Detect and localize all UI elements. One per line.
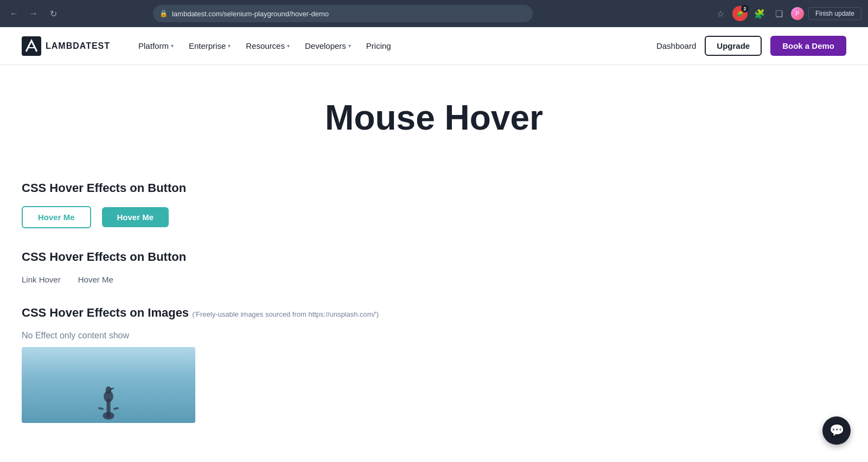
section-hover-images: CSS Hover Effects on Images ('Freely-usa… bbox=[22, 306, 673, 423]
section-hover-buttons-1: CSS Hover Effects on Button Hover Me Hov… bbox=[22, 181, 673, 228]
browser-actions: ☆ 🧩 2 🧩 ❏ P Finish update bbox=[713, 6, 861, 21]
book-demo-button[interactable]: Book a Demo bbox=[770, 36, 846, 56]
main-content: Mouse Hover CSS Hover Effects on Button … bbox=[0, 65, 868, 462]
nav-menu: Platform ▾ Enterprise ▾ Resources ▾ Deve… bbox=[132, 37, 656, 55]
enterprise-chevron: ▾ bbox=[228, 43, 231, 49]
button-group-1: Hover Me Hover Me bbox=[22, 206, 673, 228]
extensions-button[interactable]: 🧩 bbox=[752, 6, 767, 21]
forward-button[interactable]: → bbox=[26, 6, 41, 21]
nav-platform[interactable]: Platform ▾ bbox=[132, 37, 180, 55]
section1-title: CSS Hover Effects on Button bbox=[22, 181, 673, 195]
section3-title: CSS Hover Effects on Images ('Freely-usa… bbox=[22, 306, 673, 320]
browser-chrome: ← → ↻ 🔒 lambdatest.com/selenium-playgrou… bbox=[0, 0, 868, 27]
hover-btn-filled[interactable]: Hover Me bbox=[102, 207, 169, 227]
finish-update-button[interactable]: Finish update bbox=[808, 7, 861, 20]
extensions-badge[interactable]: 🧩 2 bbox=[732, 6, 748, 21]
address-text: lambdatest.com/selenium-playground/hover… bbox=[172, 10, 329, 18]
logo-text: LAMBDATEST bbox=[46, 41, 110, 51]
nav-right: Dashboard Upgrade Book a Demo bbox=[656, 36, 846, 56]
image-placeholder bbox=[22, 347, 195, 423]
hover-btn-outline[interactable]: Hover Me bbox=[22, 206, 91, 228]
dashboard-link[interactable]: Dashboard bbox=[656, 41, 696, 50]
nav-resources[interactable]: Resources ▾ bbox=[239, 37, 296, 55]
no-effect-label: No Effect only content show bbox=[22, 331, 673, 341]
logo-icon bbox=[22, 36, 41, 56]
logo[interactable]: LAMBDATEST bbox=[22, 36, 110, 56]
security-icon: 🔒 bbox=[159, 10, 168, 17]
upgrade-button[interactable]: Upgrade bbox=[705, 36, 762, 56]
chat-bubble[interactable]: 💬 bbox=[822, 416, 851, 445]
chat-icon: 💬 bbox=[829, 424, 844, 438]
star-button[interactable]: ☆ bbox=[713, 6, 728, 21]
address-bar[interactable]: 🔒 lambdatest.com/selenium-playground/hov… bbox=[153, 5, 533, 22]
back-button[interactable]: ← bbox=[7, 6, 22, 21]
reload-button[interactable]: ↻ bbox=[46, 6, 61, 21]
navbar: LAMBDATEST Platform ▾ Enterprise ▾ Resou… bbox=[0, 27, 868, 65]
nav-enterprise[interactable]: Enterprise ▾ bbox=[182, 37, 237, 55]
page-title: Mouse Hover bbox=[22, 98, 846, 138]
link-group: Link Hover Hover Me bbox=[22, 275, 673, 284]
resources-chevron: ▾ bbox=[287, 43, 290, 49]
link-hover-2[interactable]: Hover Me bbox=[78, 275, 113, 284]
nav-pricing[interactable]: Pricing bbox=[360, 37, 398, 55]
profile-avatar[interactable]: P bbox=[791, 7, 804, 20]
sidebar-button[interactable]: ❏ bbox=[771, 6, 787, 21]
platform-chevron: ▾ bbox=[171, 43, 174, 49]
section-hover-buttons-2: CSS Hover Effects on Button Link Hover H… bbox=[22, 250, 673, 284]
link-hover-1[interactable]: Link Hover bbox=[22, 275, 61, 284]
developers-chevron: ▾ bbox=[348, 43, 351, 49]
nav-developers[interactable]: Developers ▾ bbox=[298, 37, 358, 55]
section2-title: CSS Hover Effects on Button bbox=[22, 250, 673, 264]
bird-image bbox=[92, 380, 125, 423]
